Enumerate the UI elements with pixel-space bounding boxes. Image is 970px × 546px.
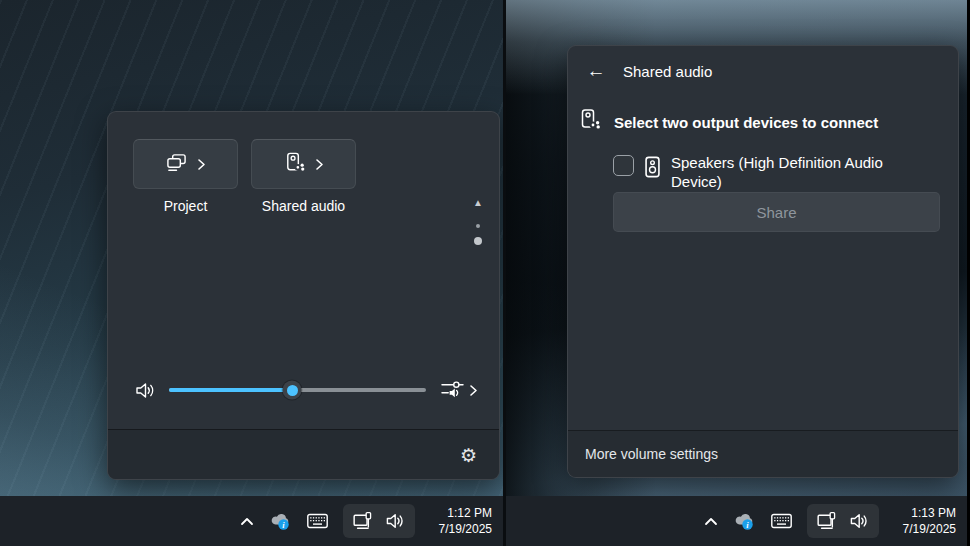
shared-audio-panel: ← Shared audio Select two output devices… (567, 45, 959, 478)
chevron-right-icon (197, 158, 206, 171)
clock-time: 1:12 PM (430, 505, 492, 521)
clock-date: 7/19/2025 (894, 521, 956, 537)
show-hidden-icons-chevron-icon[interactable] (704, 517, 718, 526)
network-wired-icon (353, 511, 374, 531)
tile-shared-audio: Shared audio (251, 139, 356, 214)
quick-settings-footer: ⚙ (108, 429, 499, 479)
shared-audio-icon (283, 151, 306, 178)
volume-speaker-icon (385, 512, 405, 530)
quick-settings-tiles: Project (133, 139, 356, 214)
chevron-right-icon (469, 384, 478, 397)
panel-title: Shared audio (623, 63, 712, 80)
weather-cloud-info-icon[interactable]: i (733, 512, 756, 531)
share-button[interactable]: Share (613, 192, 940, 232)
clock[interactable]: 1:12 PM 7/19/2025 (430, 505, 492, 537)
volume-slider[interactable] (169, 380, 426, 400)
screenshot-comparison: Project (0, 0, 970, 546)
audio-output-picker-icon (440, 378, 465, 403)
page-indicator: ▲ (470, 198, 486, 245)
select-audio-output-button[interactable] (440, 378, 478, 403)
device-row[interactable]: Speakers (High Definition Audio Device) (613, 154, 915, 192)
left-taskbar: i (0, 496, 503, 546)
chevron-right-icon (315, 158, 324, 171)
project-icon (165, 152, 188, 177)
tile-project: Project (133, 139, 238, 214)
project-button[interactable] (133, 139, 238, 189)
system-tray-group[interactable] (807, 504, 879, 538)
system-tray-group[interactable] (343, 504, 415, 538)
scroll-up-icon[interactable]: ▲ (473, 198, 483, 208)
page-dot (476, 224, 480, 228)
touch-keyboard-icon[interactable] (307, 513, 328, 529)
shared-audio-label: Shared audio (262, 198, 345, 214)
share-button-label: Share (756, 204, 796, 221)
clock[interactable]: 1:13 PM 7/19/2025 (894, 505, 956, 537)
volume-slider-fill (169, 388, 292, 392)
show-hidden-icons-chevron-icon[interactable] (240, 517, 254, 526)
footer-link-label: More volume settings (585, 446, 718, 462)
right-taskbar: i (506, 496, 967, 546)
clock-time: 1:13 PM (894, 505, 956, 521)
more-volume-settings-link[interactable]: More volume settings (568, 430, 958, 477)
left-screen-wallpaper: Project (0, 0, 506, 546)
right-screen-wallpaper: ← Shared audio Select two output devices… (506, 0, 967, 546)
page-dot-active (474, 237, 482, 245)
shared-audio-button[interactable] (251, 139, 356, 189)
shared-audio-header: ← Shared audio (585, 60, 712, 82)
settings-gear-icon[interactable]: ⚙ (460, 445, 477, 464)
volume-speaker-icon (849, 512, 869, 530)
touch-keyboard-icon[interactable] (771, 513, 792, 529)
clock-date: 7/19/2025 (430, 521, 492, 537)
weather-cloud-info-icon[interactable]: i (269, 512, 292, 531)
device-checkbox[interactable] (613, 155, 634, 176)
shared-audio-icon (578, 108, 602, 137)
heading-row: Select two output devices to connect (578, 108, 878, 137)
project-label: Project (164, 198, 208, 214)
back-arrow-icon[interactable]: ← (585, 60, 607, 82)
heading-text: Select two output devices to connect (614, 114, 878, 131)
speaker-icon[interactable] (133, 381, 157, 400)
device-label: Speakers (High Definition Audio Device) (671, 154, 915, 192)
network-wired-icon (817, 511, 838, 531)
volume-row (133, 370, 478, 410)
volume-slider-thumb[interactable] (283, 381, 302, 400)
quick-settings-panel: Project (107, 111, 500, 480)
speaker-device-icon (645, 156, 660, 182)
